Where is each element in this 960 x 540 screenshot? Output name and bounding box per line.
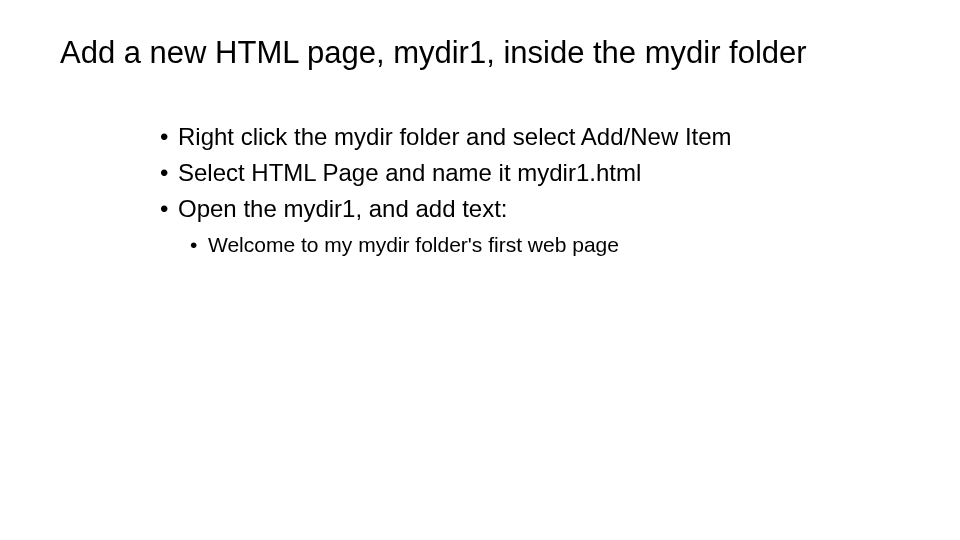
slide-title: Add a new HTML page, mydir1, inside the … (60, 35, 900, 71)
bullet-item: Select HTML Page and name it mydir1.html (160, 155, 900, 191)
bullet-item: Right click the mydir folder and select … (160, 119, 900, 155)
sub-bullet-item: Welcome to my mydir folder's first web p… (190, 229, 900, 261)
sub-bullet-list: Welcome to my mydir folder's first web p… (160, 229, 900, 261)
bullet-list: Right click the mydir folder and select … (160, 119, 900, 227)
slide: Add a new HTML page, mydir1, inside the … (0, 0, 960, 540)
slide-content: Right click the mydir folder and select … (60, 119, 900, 261)
bullet-item: Open the mydir1, and add text: (160, 191, 900, 227)
